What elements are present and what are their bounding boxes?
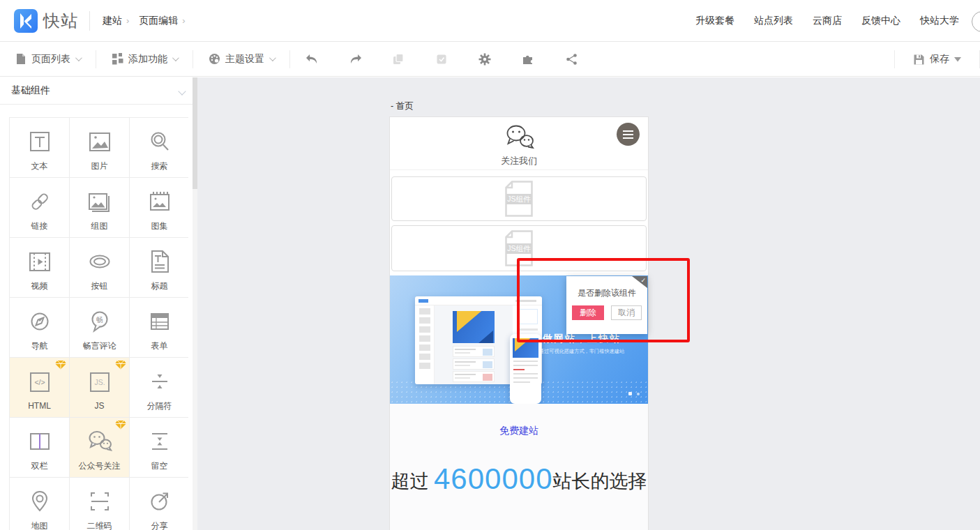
free-site-link[interactable]: 免费建站 (390, 425, 648, 437)
logo-text: 快站 (43, 10, 78, 32)
breadcrumb-chevron-icon: › (182, 15, 185, 26)
component-label: 组图 (91, 220, 108, 232)
sidebar-section-header[interactable]: 基础组件 (0, 77, 197, 105)
component-label: 留空 (151, 460, 168, 472)
breadcrumb-jianzhan[interactable]: 建站 (103, 15, 122, 27)
breadcrumb-page-edit[interactable]: 页面编辑 (139, 15, 178, 27)
component-label: 标题 (151, 280, 168, 292)
svg-text:</>: </> (34, 378, 45, 386)
component-text[interactable]: 文本 (10, 118, 69, 177)
component-gallery[interactable]: 图集 (130, 178, 189, 237)
copy-icon (377, 42, 420, 77)
header-nav: 升级套餐站点列表云商店反馈中心快站大学 (695, 0, 959, 42)
nav-link-3[interactable]: 反馈中心 (861, 15, 900, 27)
save-button[interactable]: 保存 (895, 42, 979, 77)
svg-text:JS.: JS. (94, 378, 105, 386)
form-icon (143, 306, 176, 337)
component-search[interactable]: 搜索 (130, 118, 189, 177)
editor-toolbar: 页面列表 添加功能 主题设置 (0, 42, 980, 77)
redo-icon[interactable] (333, 42, 377, 77)
component-label: 按钮 (91, 280, 108, 292)
component-comment[interactable]: 畅畅言评论 (70, 298, 129, 357)
page-title-label: - 首页 (391, 100, 414, 112)
follow-us-label: 关注我们 (390, 155, 648, 167)
delete-button[interactable]: 删除 (572, 305, 604, 320)
text-component[interactable]: 免费建站 超过 4600000站长的选择 (390, 404, 648, 530)
theme-settings-dropdown[interactable]: 主题设置 (193, 42, 289, 77)
button-icon (83, 246, 116, 277)
component-group-image[interactable]: 组图 (70, 178, 129, 237)
component-title[interactable]: 标题 (130, 238, 189, 297)
nav-link-2[interactable]: 云商店 (813, 15, 842, 27)
js-component-placeholder[interactable]: JS组件 (391, 176, 647, 221)
page-list-dropdown[interactable]: 页面列表 (0, 42, 96, 77)
stats-headline: 超过 4600000站长的选择 (390, 461, 648, 494)
component-divider[interactable]: 分隔符 (130, 358, 189, 417)
component-image[interactable]: 图片 (70, 118, 129, 177)
component-two-column[interactable]: 双栏 (10, 418, 69, 477)
component-html[interactable]: </>HTML (10, 358, 69, 417)
component-compass[interactable]: 导航 (10, 298, 69, 357)
nav-link-4[interactable]: 快站大学 (920, 15, 959, 27)
component-grid: 文本图片搜索链接组图图集视频按钮标题导航畅畅言评论表单</>HTMLJS.JS分… (9, 117, 188, 530)
user-avatar[interactable] (972, 11, 980, 32)
component-share-circle[interactable]: 分享 (130, 478, 189, 530)
component-label: 双栏 (31, 460, 48, 472)
menu-hamburger-button[interactable] (617, 123, 640, 146)
qrcode-icon (83, 486, 116, 517)
nav-link-0[interactable]: 升级套餐 (695, 15, 734, 27)
component-label: 图集 (151, 220, 168, 232)
map-pin-icon (23, 486, 56, 517)
page-list-icon (15, 53, 27, 65)
component-label: 文本 (31, 160, 48, 172)
nav-link-1[interactable]: 站点列表 (754, 15, 793, 27)
share-icon[interactable] (550, 42, 593, 77)
js-icon: JS. (83, 367, 116, 397)
breadcrumb: 建站 › 页面编辑 › (103, 15, 195, 27)
component-js[interactable]: JS.JS (70, 358, 129, 417)
chevron-down-icon (269, 54, 276, 61)
theme-palette-icon (209, 53, 220, 65)
component-wechat-follow[interactable]: 公众号关注 (70, 418, 129, 477)
plugin-puzzle-icon[interactable] (506, 42, 550, 77)
component-label: 搜索 (151, 160, 168, 172)
carousel-dots[interactable] (628, 392, 640, 395)
wechat-follow-component[interactable]: 关注我们 (390, 117, 648, 170)
image-icon (83, 126, 116, 157)
component-map-pin[interactable]: 地图 (10, 478, 69, 530)
component-label: 视频 (31, 280, 48, 292)
js-file-icon: JS组件 (505, 230, 533, 266)
component-qrcode[interactable]: 二维码 (70, 478, 129, 530)
component-label: 表单 (151, 340, 168, 352)
component-link[interactable]: 链接 (10, 178, 69, 237)
js-component-placeholder[interactable]: JS组件 (391, 225, 647, 271)
scrollbar-thumb[interactable] (193, 77, 197, 189)
component-spacer[interactable]: 留空 (130, 418, 189, 477)
popup-collapse-corner-icon[interactable]: ✓ (632, 276, 647, 288)
component-form[interactable]: 表单 (130, 298, 189, 357)
header-divider (89, 11, 90, 31)
app-logo[interactable]: 快站 (14, 9, 78, 33)
js-file-icon: JS组件 (505, 181, 533, 217)
search-icon (143, 126, 176, 157)
add-module-icon (112, 53, 123, 65)
component-label: 分享 (151, 520, 168, 530)
settings-gear-icon[interactable] (463, 42, 506, 77)
add-feature-dropdown[interactable]: 添加功能 (96, 42, 193, 77)
sidebar-scrollbar[interactable] (193, 77, 197, 530)
svg-text:畅: 畅 (96, 316, 103, 324)
premium-diamond-icon (115, 420, 126, 430)
component-label: 导航 (31, 340, 48, 352)
chevron-down-icon (75, 54, 82, 61)
cancel-button[interactable]: 取消 (611, 305, 642, 320)
carousel-dot-active[interactable] (628, 392, 632, 395)
component-video[interactable]: 视频 (10, 238, 69, 297)
wechat-follow-icon (83, 426, 116, 457)
component-button[interactable]: 按钮 (70, 238, 129, 297)
component-label: JS (94, 401, 104, 411)
collapse-chevron-icon[interactable] (178, 87, 186, 95)
component-label: 畅言评论 (83, 340, 116, 352)
share-circle-icon (143, 486, 176, 517)
undo-icon[interactable] (290, 42, 333, 77)
carousel-dot[interactable] (637, 393, 640, 395)
